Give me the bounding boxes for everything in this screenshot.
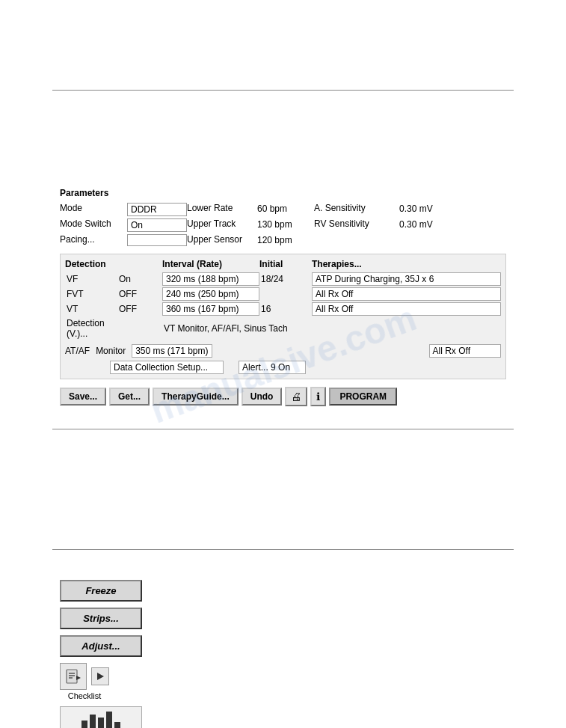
checklist-label: Checklist xyxy=(60,691,109,700)
program-button[interactable]: PROGRAM xyxy=(329,388,397,406)
vt-status[interactable]: OFF xyxy=(117,303,162,315)
fvt-therapies[interactable]: All Rx Off xyxy=(312,287,501,301)
a-sensitivity-label: A. Sensitivity xyxy=(314,203,396,216)
svg-marker-5 xyxy=(97,673,104,680)
ataf-label: AT/AF xyxy=(65,346,90,356)
data-icon-box[interactable]: < Data xyxy=(60,706,142,728)
vt-name: VT xyxy=(65,303,117,315)
checklist-play-button[interactable] xyxy=(91,667,109,685)
fvt-interval[interactable]: 240 ms (250 bpm) xyxy=(162,287,259,301)
get-button[interactable]: Get... xyxy=(109,388,150,406)
detection-col-therapies: Therapies... xyxy=(312,259,501,269)
detection-v-label: Detection (V.)... xyxy=(65,317,117,340)
detection-v-spacer xyxy=(117,328,162,329)
parameters-title: Parameters xyxy=(60,188,506,198)
detection-col-status xyxy=(117,259,162,269)
print-button[interactable]: 🖨 xyxy=(285,387,307,406)
vt-initial: 16 xyxy=(259,303,312,315)
undo-button[interactable]: Undo xyxy=(242,388,283,406)
vf-name: VF xyxy=(65,273,117,285)
therapy-guide-button[interactable]: TherapyGuide... xyxy=(153,388,239,406)
mode-switch-label: Mode Switch xyxy=(60,218,127,232)
ataf-interval[interactable]: 350 ms (171 bpm) xyxy=(132,344,212,358)
vf-interval[interactable]: 320 ms (188 bpm) xyxy=(162,272,259,286)
lower-rate-value: 60 bpm xyxy=(254,203,314,216)
info-button[interactable]: ℹ xyxy=(310,387,326,406)
save-button[interactable]: Save... xyxy=(60,388,106,406)
detection-col-interval: Interval (Rate) xyxy=(162,259,259,269)
vt-therapies[interactable]: All Rx Off xyxy=(312,302,501,316)
alert-status[interactable]: Alert... 9 On xyxy=(239,361,306,374)
detection-col-initial: Initial xyxy=(259,259,312,269)
mode-label: Mode xyxy=(60,203,127,216)
checklist-icon[interactable] xyxy=(60,663,87,690)
upper-track-label: Upper Track xyxy=(187,218,254,232)
rv-sensitivity-value: 0.30 mV xyxy=(396,218,449,232)
svg-rect-0 xyxy=(67,670,77,683)
upper-track-value: 130 bpm xyxy=(254,218,314,232)
detection-v-row: Detection (V.)... VT Monitor, AF/AFl, Si… xyxy=(65,317,501,340)
detection-v-value: VT Monitor, AF/AFl, Sinus Tach xyxy=(162,322,501,334)
button-row: Save... Get... TherapyGuide... Undo 🖨 ℹ … xyxy=(60,387,506,406)
bottom-sidebar: Freeze Strips... Adjust... xyxy=(0,580,566,728)
upper-sensor-value: 120 bpm xyxy=(254,234,314,246)
ataf-therapies[interactable]: All Rx Off xyxy=(429,344,501,358)
detection-row-vt: VT OFF 360 ms (167 bpm) 16 All Rx Off xyxy=(65,302,501,316)
vf-therapies[interactable]: ATP During Charging, 35J x 6 xyxy=(312,272,501,286)
strips-button[interactable]: Strips... xyxy=(60,608,142,629)
detection-row-vf: VF On 320 ms (188 bpm) 18/24 ATP During … xyxy=(65,272,501,286)
svg-marker-4 xyxy=(76,676,81,680)
freeze-button[interactable]: Freeze xyxy=(60,580,142,602)
fvt-name: FVT xyxy=(65,288,117,300)
pacing-label: Pacing... xyxy=(60,234,127,246)
pacing-value[interactable] xyxy=(127,234,187,246)
ataf-status[interactable]: Monitor xyxy=(96,346,126,356)
lower-rate-label: Lower Rate xyxy=(187,203,254,216)
rv-sensitivity-label: RV Sensitivity xyxy=(314,218,396,232)
vf-status[interactable]: On xyxy=(117,273,162,285)
a-sensitivity-value: 0.30 mV xyxy=(396,203,449,216)
detection-row-fvt: FVT OFF 240 ms (250 bpm) All Rx Off xyxy=(65,287,501,301)
fvt-initial xyxy=(259,293,312,295)
data-collection-link[interactable]: Data Collection Setup... xyxy=(110,361,224,374)
vt-interval[interactable]: 360 ms (167 bpm) xyxy=(162,302,259,316)
mode-switch-value[interactable]: On xyxy=(127,218,187,232)
fvt-status[interactable]: OFF xyxy=(117,288,162,300)
detection-col-name: Detection xyxy=(65,259,117,269)
upper-sensor-label: Upper Sensor xyxy=(187,234,254,246)
ataf-row: AT/AF Monitor 350 ms (171 bpm) All Rx Of… xyxy=(65,344,501,358)
data-collection-row: Data Collection Setup... Alert... 9 On xyxy=(65,361,501,374)
adjust-button[interactable]: Adjust... xyxy=(60,635,142,657)
vf-initial: 18/24 xyxy=(259,273,312,285)
mode-value[interactable]: DDDR xyxy=(127,203,187,216)
checklist-area: Checklist xyxy=(60,663,566,700)
